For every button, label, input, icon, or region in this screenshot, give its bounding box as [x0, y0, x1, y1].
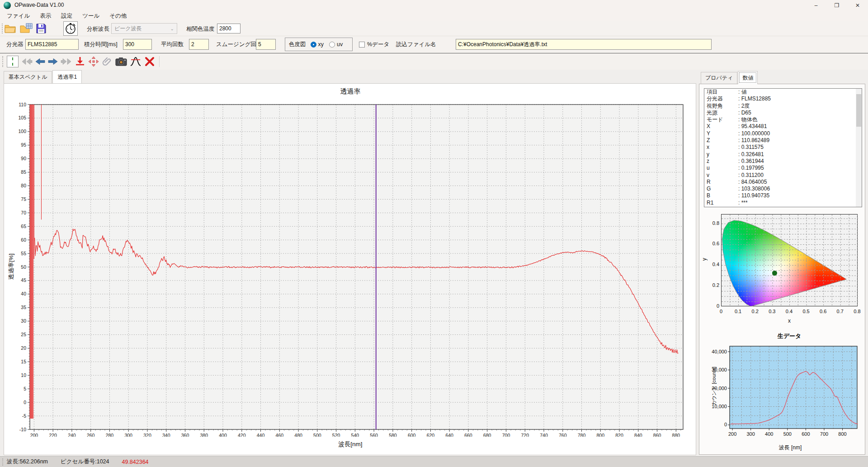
doc-tab-1[interactable]: 透過率1	[52, 70, 82, 83]
svg-text:620: 620	[427, 433, 435, 437]
status-value: 49.842364	[122, 459, 148, 465]
doc-tab-0[interactable]: 基本スペクトル	[4, 71, 52, 83]
average-count-input[interactable]	[189, 39, 209, 50]
toolbar-grip[interactable]	[2, 24, 3, 33]
save-button[interactable]	[34, 22, 48, 35]
window-title: OPwave-Data V1.00	[14, 2, 64, 8]
right-panel-tabs: プロパティ数値	[701, 71, 758, 84]
property-row: R: 84.064005	[704, 179, 862, 186]
property-row: 光源: D65	[704, 110, 862, 116]
svg-text:30: 30	[21, 318, 26, 324]
transmittance-chart[interactable]: 2002202402602803003203403603804004204404…	[4, 84, 697, 437]
analysis-wavelength-select[interactable]: ピーク波長 ⌄	[111, 23, 177, 34]
peak-marker-button[interactable]	[129, 56, 142, 67]
svg-text:400: 400	[765, 431, 773, 437]
marker-list-button[interactable]	[7, 56, 19, 67]
smoothing-count-input[interactable]	[256, 39, 276, 50]
raw-data-chart[interactable]: 200300400500600700800010,00020,00030,000…	[707, 340, 866, 448]
svg-text:65: 65	[21, 224, 26, 229]
property-row: Z: 110.862489	[704, 137, 862, 144]
minimize-button[interactable]: –	[806, 0, 826, 11]
menu-item-2[interactable]: 設定	[56, 11, 77, 21]
raw-xlabel: 波長 [nm]	[726, 444, 854, 452]
menu-item-0[interactable]: ファイル	[2, 11, 35, 21]
step-back-button[interactable]	[34, 57, 46, 66]
chart-ylabel: 透過率[%]	[7, 248, 15, 285]
delete-button[interactable]	[144, 56, 156, 67]
svg-text:600: 600	[408, 433, 416, 437]
drop-marker-button[interactable]	[74, 56, 86, 67]
menu-item-1[interactable]: 表示	[35, 11, 56, 21]
cie-diagram[interactable]	[721, 214, 858, 306]
property-row: 項目: 値	[704, 89, 862, 95]
camera-button[interactable]	[115, 56, 127, 67]
svg-text:-10: -10	[19, 427, 26, 432]
integration-time-input[interactable]	[123, 39, 152, 50]
open-folder-grid-button[interactable]	[19, 22, 33, 35]
stopwatch-button[interactable]	[63, 21, 78, 36]
menu-item-4[interactable]: その他	[104, 11, 132, 21]
svg-text:700: 700	[820, 431, 828, 437]
svg-text:200: 200	[30, 433, 38, 437]
svg-text:40,000: 40,000	[712, 349, 727, 354]
attach-button[interactable]	[101, 56, 113, 67]
step-forward-button[interactable]	[47, 57, 59, 66]
open-folder-button[interactable]	[4, 22, 17, 35]
raw-data-title: 生データ	[721, 332, 858, 340]
save-icon	[36, 23, 47, 34]
spectrometer-input[interactable]	[25, 39, 79, 50]
paperclip-icon	[102, 57, 112, 67]
list-scrollbar-thumb[interactable]	[856, 94, 861, 127]
svg-text:25: 25	[21, 332, 26, 337]
app-icon	[4, 2, 11, 9]
svg-text:0: 0	[24, 400, 26, 405]
radio-uv[interactable]: uv	[329, 41, 343, 48]
svg-text:70: 70	[21, 210, 26, 215]
smoothing-count-label: スムージング回数	[216, 41, 262, 48]
menu-item-3[interactable]: ツール	[77, 11, 104, 21]
property-row: u: 0.197995	[704, 165, 862, 172]
file-path-input[interactable]	[456, 39, 712, 50]
cie-xlabel: x	[721, 318, 858, 324]
svg-text:320: 320	[143, 433, 151, 437]
navbar-grip[interactable]	[2, 56, 3, 67]
move-button[interactable]	[88, 56, 99, 67]
svg-text:360: 360	[181, 433, 189, 437]
svg-text:600: 600	[802, 431, 810, 437]
percent-data-checkbox[interactable]: %データ	[359, 41, 389, 48]
svg-text:100: 100	[18, 129, 26, 134]
property-row: R1: ***	[704, 200, 862, 206]
radio-uv-label: uv	[337, 41, 343, 48]
jump-last-button[interactable]	[60, 57, 72, 66]
cct-input[interactable]	[217, 24, 241, 33]
right-arrow-icon	[48, 58, 58, 65]
property-row: 視野角: 2度	[704, 103, 862, 110]
double-left-arrow-icon	[22, 58, 33, 65]
status-wavelength: 波長:562.206nm	[7, 458, 48, 466]
svg-text:75: 75	[21, 196, 26, 202]
right-tab-1[interactable]: 数値	[738, 71, 758, 84]
left-arrow-icon	[35, 58, 45, 65]
svg-text:640: 640	[445, 433, 453, 437]
delete-x-icon	[145, 57, 155, 67]
list-scrollbar[interactable]	[856, 89, 862, 207]
right-tab-0[interactable]: プロパティ	[701, 72, 737, 84]
title-bar: OPwave-Data V1.00 – ❐ ✕	[0, 0, 868, 11]
maximize-button[interactable]: ❐	[826, 0, 847, 11]
svg-text:740: 740	[540, 433, 548, 437]
svg-text:50: 50	[21, 264, 26, 270]
svg-text:480: 480	[294, 433, 302, 437]
svg-text:200: 200	[728, 431, 736, 437]
property-row: Y: 100.000000	[704, 130, 862, 137]
cie-point	[772, 271, 777, 276]
radio-xy[interactable]: xy	[311, 41, 324, 48]
svg-text:800: 800	[597, 433, 605, 437]
svg-text:220: 220	[49, 433, 57, 437]
statusbar-grip	[2, 458, 3, 466]
close-button[interactable]: ✕	[847, 0, 868, 11]
cct-label: 相関色温度	[186, 25, 215, 33]
property-row: モード: 物体色	[704, 116, 862, 123]
svg-text:780: 780	[578, 433, 586, 437]
svg-text:560: 560	[370, 433, 378, 437]
jump-first-button[interactable]	[21, 57, 33, 66]
